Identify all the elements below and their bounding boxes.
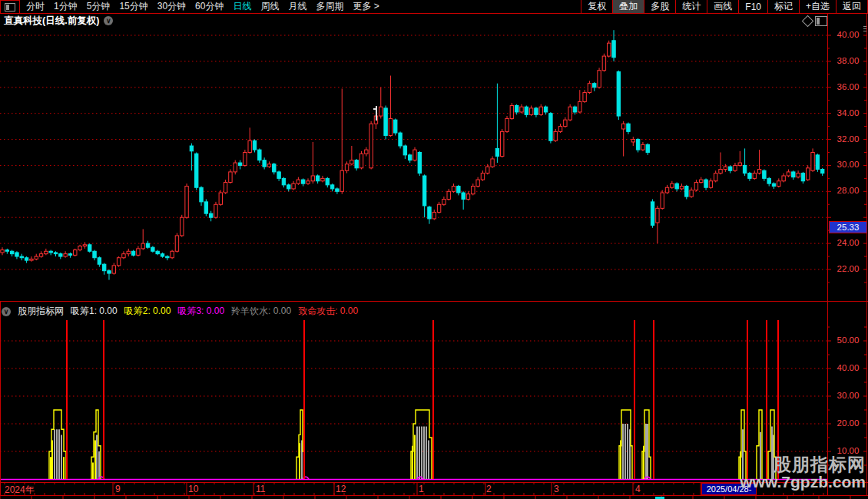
app-window: 分时1分钟5分钟15分钟30分钟60分钟日线周线月线多周期更多 > 复权叠加多股…	[0, 0, 868, 499]
date-axis-month: 9	[115, 484, 121, 494]
indicator-field-吸筹3: 吸筹3: 0.00	[177, 305, 224, 318]
indicator-axis-label: 20.00	[830, 418, 866, 428]
watermark-site-name: 股朋指标网	[740, 456, 866, 474]
current-price-tag: 25.33	[829, 221, 867, 233]
watermark: 股朋指标网 www.7gpzb.com	[740, 456, 866, 490]
price-axis-label: 24.00	[830, 238, 866, 247]
indicator-field-吸筹2: 吸筹2: 0.00	[124, 305, 171, 318]
date-axis-month: 2	[486, 484, 492, 494]
price-axis-label: 32.00	[830, 134, 866, 144]
indicator-field-致命攻击: 致命攻击: 0.00	[298, 305, 358, 318]
watermark-url: www.7gpzb.com	[740, 474, 866, 490]
date-axis-month: 11	[256, 484, 265, 494]
price-axis-label: 36.00	[830, 82, 866, 91]
indicator-field-羚羊饮水: 羚羊饮水: 0.00	[231, 305, 291, 318]
indicator-values: 吸筹1: 0.00吸筹2: 0.00吸筹3: 0.00羚羊饮水: 0.00致命攻…	[71, 305, 358, 318]
price-axis-label: 38.00	[830, 56, 866, 65]
indicator-field-吸筹1: 吸筹1: 0.00	[71, 305, 118, 318]
indicator-axis-label: 40.00	[830, 363, 866, 372]
chart-canvas[interactable]	[0, 0, 868, 499]
price-axis-label: 28.00	[830, 186, 866, 195]
date-axis-month: 4	[635, 484, 641, 494]
price-axis-label: 40.00	[830, 30, 866, 39]
indicator-header: ∨ 股朋指标网 吸筹1: 0.00吸筹2: 0.00吸筹3: 0.00羚羊饮水:…	[2, 305, 358, 318]
price-axis-label: 34.00	[830, 108, 866, 117]
price-axis-label: 22.00	[830, 264, 866, 273]
date-axis-month: 1	[419, 484, 424, 494]
indicator-axis-label: 50.00	[830, 335, 866, 345]
date-axis-month: 3	[554, 484, 559, 494]
date-axis-month: 12	[336, 484, 346, 494]
price-axis-label: 30.00	[830, 160, 866, 169]
indicator-source-label: 股朋指标网	[18, 305, 64, 318]
indicator-axis-label: 30.00	[830, 391, 866, 400]
date-axis-year: 2024年	[5, 484, 35, 497]
collapse-chevron-icon[interactable]: ∨	[2, 307, 11, 316]
date-axis-month: 10	[188, 484, 198, 494]
